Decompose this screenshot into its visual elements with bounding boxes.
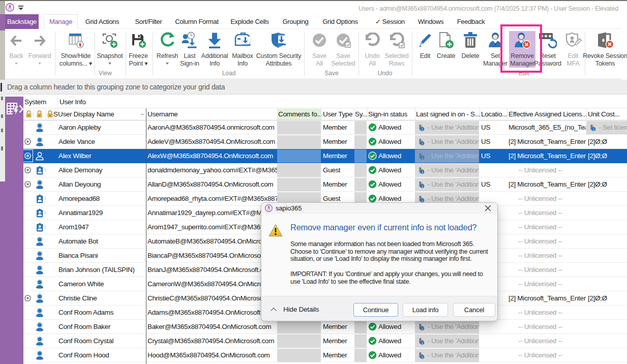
svg-text:i: i (422, 141, 423, 146)
svg-text:i: i (422, 127, 423, 132)
svg-text:i: i (422, 156, 423, 160)
svg-text:i: i (422, 341, 423, 345)
svg-text:i: i (422, 170, 423, 174)
svg-text:i: i (422, 184, 423, 189)
svg-text:i: i (422, 355, 423, 359)
svg-text:i: i (422, 326, 423, 331)
svg-text:i: i (593, 127, 594, 132)
